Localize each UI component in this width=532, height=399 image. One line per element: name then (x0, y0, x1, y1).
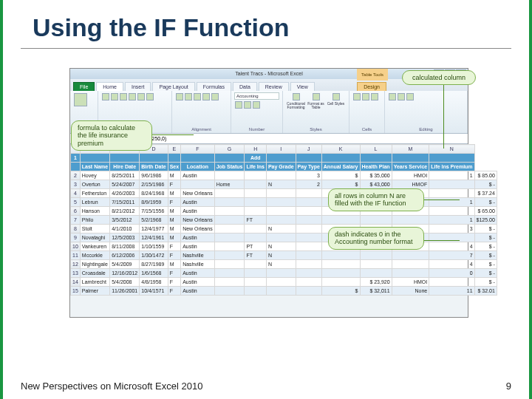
cell[interactable]: $ - (474, 278, 497, 287)
tab-pagelayout[interactable]: Page Layout (152, 82, 194, 91)
cell[interactable] (214, 207, 245, 216)
col-header[interactable]: I (266, 145, 296, 154)
cell[interactable]: 3 (429, 225, 474, 233)
cell[interactable] (392, 216, 429, 225)
cell[interactable]: M (168, 233, 180, 242)
worksheet-grid[interactable]: BCDEFGHIJKLMN1AddLast NameHire DateBirth… (70, 144, 468, 296)
tab-view[interactable]: View (290, 82, 315, 91)
row-header[interactable]: 6 (71, 207, 81, 216)
cell[interactable]: 8/21/2012 (110, 207, 140, 216)
cell[interactable]: Mccorkle (80, 251, 109, 260)
cell[interactable] (296, 260, 321, 269)
cell[interactable]: N (266, 225, 296, 233)
cell[interactable] (214, 198, 245, 207)
cell[interactable] (360, 260, 392, 269)
cell[interactable] (429, 180, 474, 189)
row-header[interactable]: 9 (71, 233, 81, 242)
col-header[interactable]: K (321, 145, 360, 154)
cell[interactable]: $ 43,000 (360, 180, 392, 189)
cell[interactable] (296, 189, 321, 198)
cell[interactable]: $ - (474, 269, 497, 278)
cond-format-icon[interactable] (293, 93, 300, 100)
cell[interactable]: 7/15/2011 (110, 198, 140, 207)
cell[interactable]: 0 (429, 269, 474, 278)
cell[interactable] (296, 198, 321, 207)
cell[interactable]: Austin (181, 287, 214, 296)
cell[interactable]: Croasdale (80, 269, 109, 278)
align-center-icon[interactable] (185, 93, 192, 100)
cell[interactable]: HMOI (392, 171, 429, 180)
cell[interactable]: Austin (181, 171, 214, 180)
cell[interactable]: 8/24/1968 (140, 189, 168, 198)
cell[interactable]: $ 85.00 (474, 171, 497, 180)
col-header[interactable]: G (214, 145, 245, 154)
cell[interactable] (296, 225, 321, 233)
cell[interactable]: M (168, 189, 180, 198)
cell[interactable]: Austin (181, 207, 214, 216)
cell[interactable]: FT (245, 251, 267, 260)
cell[interactable]: 8/9/1959 (140, 198, 168, 207)
cell[interactable]: HMOI (392, 278, 429, 287)
cell[interactable] (245, 225, 267, 233)
cell[interactable] (266, 269, 296, 278)
col-header[interactable]: J (296, 145, 321, 154)
row-header[interactable]: 8 (71, 225, 81, 233)
cell[interactable] (296, 287, 321, 296)
cell[interactable] (245, 180, 267, 189)
cell[interactable] (214, 171, 245, 180)
cell[interactable]: Nashville (181, 251, 214, 260)
cell[interactable]: 1 (429, 171, 474, 180)
bold-icon[interactable] (102, 93, 109, 100)
cell[interactable]: N (266, 242, 296, 251)
cell[interactable] (296, 207, 321, 216)
cell[interactable]: 6/12/2006 (110, 251, 140, 260)
tab-formulas[interactable]: Formulas (197, 82, 231, 91)
cell[interactable]: M (168, 260, 180, 269)
cell[interactable]: N (266, 251, 296, 260)
tab-design[interactable]: Design (357, 82, 386, 91)
cell[interactable] (214, 233, 245, 242)
align-right-icon[interactable] (194, 93, 201, 100)
cell[interactable]: 2 (296, 180, 321, 189)
row-header[interactable]: 4 (71, 189, 81, 198)
tab-home[interactable]: Home (96, 82, 123, 91)
cell[interactable]: N (266, 260, 296, 269)
cell[interactable]: F (168, 198, 180, 207)
underline-icon[interactable] (120, 93, 127, 100)
cell[interactable]: New Orleans (181, 189, 214, 198)
cell[interactable] (245, 171, 267, 180)
cell[interactable]: Palmer (80, 287, 109, 296)
cell[interactable]: $ - (474, 233, 497, 242)
cell[interactable]: 12/5/2003 (110, 233, 140, 242)
cell[interactable] (245, 287, 267, 296)
cell[interactable] (429, 189, 474, 198)
cell[interactable]: $ - (474, 180, 497, 189)
cell[interactable] (296, 269, 321, 278)
currency-icon[interactable] (235, 101, 242, 109)
cell[interactable]: Hanson (80, 207, 109, 216)
cell[interactable] (296, 278, 321, 287)
cell[interactable] (266, 189, 296, 198)
cell[interactable]: $ 35,000 (360, 171, 392, 180)
row-header[interactable]: 15 (71, 287, 81, 296)
cell[interactable] (392, 251, 429, 260)
cell[interactable] (266, 216, 296, 225)
row-header[interactable]: 1 (71, 154, 81, 163)
number-format-select[interactable]: Accounting (234, 92, 279, 100)
cell[interactable] (360, 216, 392, 225)
col-header[interactable]: F (181, 145, 214, 154)
cell[interactable] (266, 287, 296, 296)
cell[interactable] (245, 198, 267, 207)
col-header[interactable]: N (429, 145, 474, 154)
cell[interactable]: 12/16/2012 (110, 269, 140, 278)
row-header[interactable]: 14 (71, 278, 81, 287)
merge-icon[interactable] (211, 93, 219, 100)
cell[interactable] (296, 251, 321, 260)
row-header[interactable]: 10 (71, 242, 81, 251)
cell[interactable] (321, 269, 360, 278)
cell[interactable]: $ 32.01 (474, 287, 497, 296)
cell[interactable]: 3 (296, 171, 321, 180)
cell[interactable] (392, 269, 429, 278)
cell[interactable]: $ (321, 171, 360, 180)
comma-icon[interactable] (253, 101, 260, 109)
